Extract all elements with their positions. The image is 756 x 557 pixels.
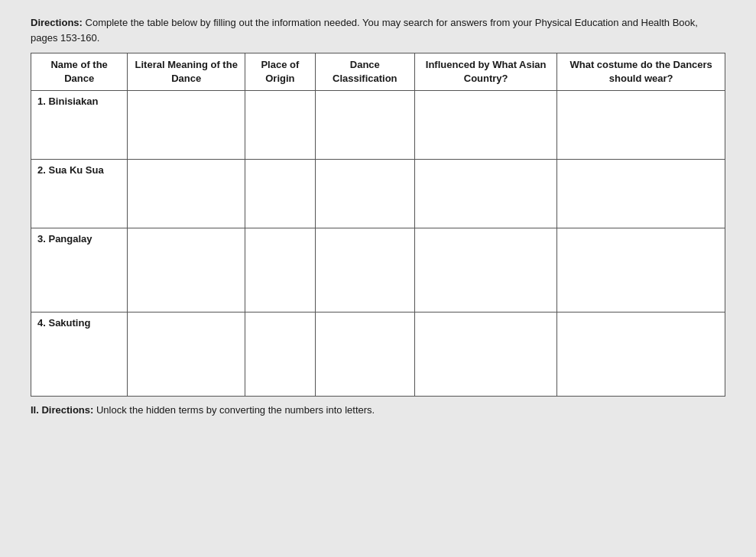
influenced-2 [415,160,557,228]
influenced-1 [415,91,557,160]
classification-4 [315,313,414,397]
origin-2 [245,160,315,228]
literal-4 [128,313,245,397]
directions-label: Directions: [31,17,83,28]
costume-4 [557,313,725,397]
table-row: 1. Binisiakan [31,91,725,160]
table-header-row: Name of the Dance Literal Meaning of the… [31,53,725,91]
classification-2 [315,160,414,228]
header-influenced: Influenced by What Asian Country? [415,53,557,91]
table-row: 4. Sakuting [31,313,725,397]
costume-2 [557,160,725,228]
header-name: Name of the Dance [31,53,128,91]
classification-1 [315,91,414,160]
influenced-4 [415,313,557,397]
header-literal: Literal Meaning of the Dance [128,53,245,91]
dance-name-1: 1. Binisiakan [31,91,128,160]
origin-1 [245,91,315,160]
classification-3 [315,228,414,313]
directions-paragraph: Directions: Complete the table below by … [31,15,725,45]
header-classification: Dance Classification [315,53,414,91]
origin-4 [245,313,315,397]
literal-1 [128,91,245,160]
costume-1 [557,91,725,160]
header-origin: Place of Origin [245,53,315,91]
second-directions-paragraph: II. Directions: Unlock the hidden terms … [31,404,725,416]
dance-table: Name of the Dance Literal Meaning of the… [31,53,725,397]
table-row: 3. Pangalay [31,228,725,313]
directions-body: Complete the table below by filling out … [31,17,698,44]
literal-3 [128,228,245,313]
second-directions-body: Unlock the hidden terms by converting th… [96,404,375,416]
influenced-3 [415,228,557,313]
origin-3 [245,228,315,313]
header-costume: What costume do the Dancers should wear? [557,53,725,91]
literal-2 [128,160,245,228]
table-row: 2. Sua Ku Sua [31,160,725,228]
dance-name-4: 4. Sakuting [31,313,128,397]
dance-name-3: 3. Pangalay [31,228,128,313]
dance-name-2: 2. Sua Ku Sua [31,160,128,228]
costume-3 [557,228,725,313]
second-directions-label: II. Directions: [31,404,93,416]
